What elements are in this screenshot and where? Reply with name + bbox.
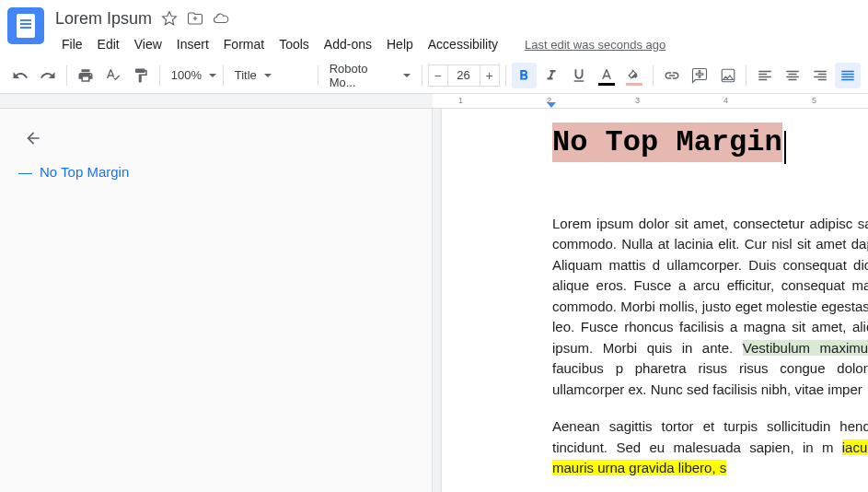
undo-button[interactable] [7, 63, 33, 88]
outline-item-label: No Top Margin [40, 164, 129, 180]
redo-button[interactable] [35, 63, 61, 88]
ruler[interactable]: 1 2 3 4 5 [0, 94, 868, 109]
styles-dropdown[interactable]: Title [229, 63, 312, 88]
print-button[interactable] [73, 63, 98, 88]
underline-button[interactable] [566, 63, 592, 88]
indent-marker-icon[interactable] [547, 102, 556, 108]
zoom-dropdown[interactable]: 100% [166, 63, 217, 88]
align-center-button[interactable] [780, 63, 805, 88]
heading-title[interactable]: No Top Margin [552, 123, 782, 162]
outline-back-button[interactable] [18, 123, 48, 153]
spellcheck-button[interactable] [100, 63, 126, 88]
insert-image-button[interactable] [714, 63, 740, 88]
body-text[interactable]: Lorem ipsum dolor sit amet, consectetur … [552, 214, 868, 479]
header: Lorem Ipsum File Edit View Insert Format… [0, 0, 868, 57]
highlight-color-button[interactable] [621, 63, 647, 88]
menu-help[interactable]: Help [380, 33, 420, 55]
align-left-button[interactable] [752, 63, 778, 88]
last-edit-link[interactable]: Last edit was seconds ago [525, 38, 665, 52]
toolbar: 100% Title Roboto Mo... − 26 + [0, 57, 868, 94]
align-right-button[interactable] [807, 63, 833, 88]
paint-format-button[interactable] [128, 63, 154, 88]
star-icon[interactable] [161, 10, 178, 27]
menu-view[interactable]: View [128, 33, 168, 55]
docs-logo[interactable] [7, 7, 44, 44]
menu-insert[interactable]: Insert [170, 33, 215, 55]
bold-button[interactable] [512, 63, 538, 88]
move-icon[interactable] [187, 10, 203, 27]
insert-link-button[interactable] [659, 63, 685, 88]
text-cursor [784, 131, 786, 164]
menu-file[interactable]: File [55, 33, 89, 55]
outline-bullet-icon: — [18, 164, 32, 180]
font-size-increase[interactable]: + [480, 64, 500, 87]
align-justify-button[interactable] [835, 63, 861, 88]
add-comment-button[interactable] [687, 63, 712, 88]
text-color-button[interactable] [594, 63, 619, 88]
highlight-green[interactable]: Vestibulum maximus [743, 340, 868, 356]
menu-edit[interactable]: Edit [91, 33, 126, 55]
outline-item[interactable]: — No Top Margin [18, 164, 432, 180]
italic-button[interactable] [538, 63, 564, 88]
outline-panel: — No Top Margin [0, 109, 433, 492]
font-dropdown[interactable]: Roboto Mo... [324, 63, 416, 88]
menu-bar: File Edit View Insert Format Tools Add-o… [55, 31, 861, 57]
menu-format[interactable]: Format [217, 33, 271, 55]
document-canvas[interactable]: No Top Margin Lorem ipsum dolor sit amet… [433, 109, 868, 492]
menu-accessibility[interactable]: Accessibility [422, 33, 504, 55]
page[interactable]: No Top Margin Lorem ipsum dolor sit amet… [442, 109, 868, 492]
menu-tools[interactable]: Tools [272, 33, 316, 55]
menu-addons[interactable]: Add-ons [318, 33, 378, 55]
cloud-saved-icon[interactable] [213, 10, 229, 27]
doc-title[interactable]: Lorem Ipsum [55, 9, 152, 29]
font-size-input[interactable]: 26 [448, 64, 480, 87]
font-size-decrease[interactable]: − [428, 64, 448, 87]
